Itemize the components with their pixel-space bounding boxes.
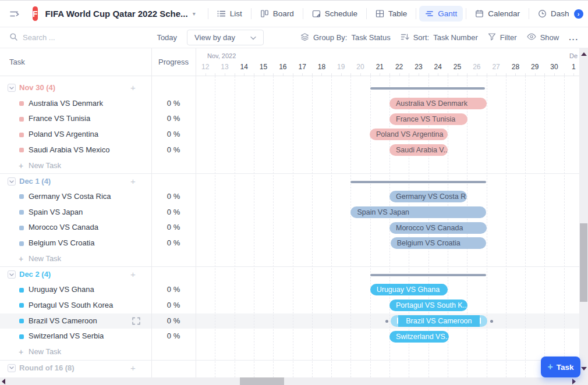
- task-row: Australia VS Denmark0 %Australia VS Denm…: [0, 96, 579, 112]
- task-status-bullet[interactable]: [19, 210, 24, 215]
- group-collapse-icon[interactable]: [8, 364, 16, 372]
- gantt-bar[interactable]: Switzerland VS...: [389, 331, 449, 343]
- group-title[interactable]: Nov 30 (4): [19, 80, 55, 96]
- today-button[interactable]: Today: [157, 33, 177, 42]
- vertical-scrollbar[interactable]: [579, 48, 588, 385]
- task-name[interactable]: Australia VS Denmark: [29, 96, 103, 112]
- gantt-bar[interactable]: Saudi Arabia V...: [389, 144, 448, 156]
- tab-gantt[interactable]: Gantt: [419, 6, 463, 22]
- new-task-button[interactable]: New Task: [29, 158, 61, 174]
- sidebar-toggle-icon[interactable]: [9, 9, 20, 19]
- view-by-select[interactable]: View by day: [187, 30, 264, 45]
- more-options-button[interactable]: ...: [569, 33, 579, 42]
- task-name[interactable]: Poland VS Argentina: [29, 127, 98, 142]
- task-status-bullet[interactable]: [19, 226, 24, 230]
- gantt-bar-label: Saudi Arabia V...: [389, 144, 448, 156]
- tab-list[interactable]: List: [211, 6, 248, 22]
- task-progress: 0 %: [151, 189, 196, 205]
- task-status-bullet[interactable]: [19, 117, 24, 122]
- tab-table[interactable]: Table: [370, 6, 413, 22]
- gantt-bar[interactable]: Poland VS Argentina: [370, 129, 448, 140]
- task-name[interactable]: Spain VS Japan: [29, 205, 83, 220]
- task-name[interactable]: France VS Tunisia: [29, 111, 90, 127]
- task-status-bullet[interactable]: [19, 241, 24, 246]
- gantt-bar[interactable]: Brazil VS Cameroon: [391, 315, 488, 327]
- search-placeholder: Search ...: [23, 33, 55, 42]
- task-status-bullet[interactable]: [19, 133, 24, 137]
- show-button[interactable]: Show: [527, 33, 559, 42]
- task-name[interactable]: Saudi Arabia VS Mexico: [29, 142, 109, 158]
- task-status-bullet[interactable]: [19, 334, 24, 339]
- task-status-bullet[interactable]: [19, 148, 24, 152]
- group-collapse-icon[interactable]: [8, 177, 16, 186]
- task-name[interactable]: Switzerland VS Serbia: [29, 329, 104, 344]
- group-collapse-icon[interactable]: [8, 270, 16, 279]
- scroll-left-arrow[interactable]: [2, 379, 5, 384]
- task-name[interactable]: Germany VS Costa Rica: [29, 189, 111, 205]
- tab-board[interactable]: Board: [254, 6, 300, 22]
- group-add-task-button[interactable]: +: [130, 174, 136, 190]
- bar-resize-handle-right[interactable]: [480, 318, 481, 324]
- filter-button[interactable]: Filter: [488, 33, 517, 42]
- group-add-task-button[interactable]: +: [130, 80, 136, 96]
- gantt-bar[interactable]: Spain VS Japan: [350, 206, 486, 218]
- task-name[interactable]: Belgium VS Croatia: [29, 236, 94, 251]
- task-name[interactable]: Uruguay VS Ghana: [29, 282, 94, 298]
- task-status-bullet[interactable]: [19, 303, 24, 308]
- gantt-bar[interactable]: Germany VS Costa R...: [389, 191, 467, 202]
- task-status-bullet[interactable]: [19, 101, 24, 106]
- horizontal-scrollbar[interactable]: [0, 377, 579, 385]
- group-title[interactable]: Round of 16 (8): [19, 361, 75, 376]
- tab-dash[interactable]: Dash›: [532, 6, 588, 22]
- tab-calendar[interactable]: Calendar: [469, 6, 526, 22]
- bar-resize-handle-left[interactable]: [397, 318, 398, 324]
- group-summary-bar[interactable]: [370, 87, 485, 90]
- group-summary-bar[interactable]: [350, 181, 486, 183]
- bar-drag-dot-left[interactable]: [385, 320, 388, 323]
- task-name[interactable]: Morocco VS Canada: [29, 220, 98, 236]
- group-summary-bar[interactable]: [370, 274, 487, 276]
- task-name[interactable]: Portagul VS South Korea: [29, 298, 113, 313]
- group-collapse-icon[interactable]: [8, 84, 16, 92]
- task-status-bullet[interactable]: [19, 194, 24, 199]
- group-add-task-button[interactable]: +: [130, 361, 136, 376]
- gantt-bar[interactable]: Uruguay VS Ghana: [370, 284, 448, 295]
- gantt-bar[interactable]: Belgium VS Croatia: [391, 237, 487, 249]
- search-input[interactable]: Search ...: [9, 33, 157, 43]
- new-task-button[interactable]: New Task: [29, 344, 61, 360]
- add-task-button[interactable]: + Task: [541, 357, 580, 377]
- scroll-right-arrow[interactable]: [572, 379, 576, 384]
- group-add-task-button[interactable]: +: [130, 267, 136, 283]
- group-title[interactable]: Dec 2 (4): [19, 267, 51, 283]
- app-logo[interactable]: F: [33, 6, 38, 21]
- chevron-down-icon: [250, 33, 256, 42]
- bar-drag-dot-right[interactable]: [490, 320, 493, 323]
- task-name[interactable]: Brazil VS Cameroon: [29, 313, 97, 329]
- gantt-bar[interactable]: Portagul VS South K...: [389, 300, 467, 311]
- day-label: 17: [292, 61, 311, 73]
- gantt-bar[interactable]: France VS Tunisia: [389, 113, 467, 125]
- scroll-down-arrow[interactable]: [581, 367, 587, 370]
- gantt-bar[interactable]: Australia VS Denmark: [389, 98, 487, 109]
- sort-control[interactable]: Sort: Task Number: [401, 33, 478, 43]
- divider: [251, 8, 252, 19]
- next-month-label: De: [569, 52, 578, 59]
- page-title[interactable]: FIFA World Cup Qatar 2022 Sche...: [45, 9, 188, 19]
- task-status-bullet[interactable]: [19, 288, 24, 293]
- app-window: F FIFA World Cup Qatar 2022 Sche... ▾ Li…: [0, 0, 588, 385]
- vertical-scrollbar-thumb[interactable]: [580, 223, 587, 302]
- group-by-control[interactable]: Group By: Task Status: [300, 33, 391, 43]
- sort-value: Task Number: [433, 33, 478, 42]
- horizontal-scrollbar-thumb[interactable]: [240, 377, 284, 385]
- new-task-button[interactable]: New Task: [29, 251, 61, 267]
- scroll-up-arrow[interactable]: [581, 52, 587, 56]
- tab-schedule[interactable]: Schedule: [306, 6, 363, 22]
- gantt-bar[interactable]: Morocco VS Canada: [389, 222, 487, 234]
- title-caret-icon[interactable]: ▾: [193, 10, 196, 17]
- task-status-bullet[interactable]: [19, 319, 24, 323]
- tab-scroll-badge[interactable]: ›: [574, 9, 583, 19]
- expand-task-icon[interactable]: [132, 317, 140, 325]
- divider: [529, 8, 529, 19]
- gantt-bar-label: France VS Tunisia: [389, 113, 467, 125]
- group-title[interactable]: Dec 1 (4): [19, 174, 51, 190]
